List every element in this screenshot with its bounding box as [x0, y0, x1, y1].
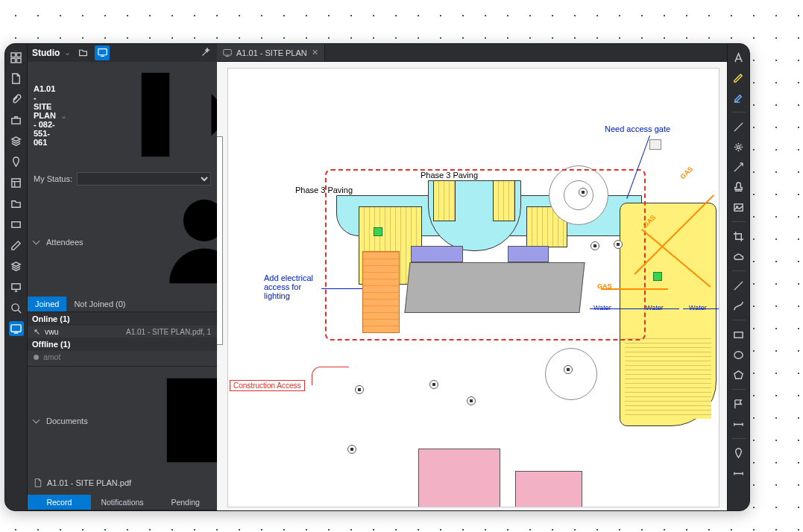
- attendee-row[interactable]: ↖ vwu A1.01 - SITE PLAN.pdf, 1: [28, 326, 217, 338]
- polyline-tool-icon[interactable]: [731, 278, 746, 293]
- document-area: A1.01 - SITE PLAN ✕: [217, 44, 727, 510]
- rect-tool-icon[interactable]: [731, 327, 746, 342]
- dimension-tool-icon[interactable]: [731, 417, 746, 431]
- stamp-tool-icon[interactable]: [731, 180, 746, 194]
- attendee-tabs: Joined Not Joined (0): [28, 297, 217, 312]
- tab-joined[interactable]: Joined: [28, 297, 66, 311]
- right-rail: [727, 44, 749, 510]
- studio-icon[interactable]: [9, 321, 24, 336]
- file-access-icon[interactable]: [9, 71, 24, 86]
- flag-tool-icon[interactable]: [731, 396, 746, 411]
- image-tool-icon[interactable]: [731, 200, 746, 215]
- highlight-tool-icon[interactable]: [731, 90, 746, 105]
- left-rail: [5, 44, 28, 510]
- cursor-icon: ↖: [34, 327, 40, 336]
- sets-icon[interactable]: [9, 259, 24, 273]
- tab-not-joined[interactable]: Not Joined (0): [66, 297, 133, 311]
- documents-title: Documents: [46, 417, 88, 425]
- attendee-name: amot: [43, 352, 60, 361]
- line-tool-icon[interactable]: [731, 119, 746, 134]
- callout-gate[interactable]: Need access gate: [605, 124, 670, 133]
- curve-tool-icon[interactable]: [731, 298, 746, 313]
- online-header: Online (1): [28, 312, 217, 326]
- ellipse-tool-icon[interactable]: [731, 347, 746, 362]
- search-icon[interactable]: [9, 300, 24, 315]
- properties-icon[interactable]: [9, 175, 24, 190]
- links-icon[interactable]: [9, 196, 24, 211]
- text-tool-icon[interactable]: [731, 50, 746, 65]
- spaces-icon[interactable]: [9, 154, 24, 169]
- attendee-row[interactable]: amot: [28, 351, 217, 363]
- tab-pending[interactable]: Pending: [154, 495, 217, 510]
- count-tool-icon[interactable]: [731, 446, 746, 460]
- status-label: My Status:: [34, 174, 72, 183]
- pen-tool-icon[interactable]: [731, 70, 746, 85]
- label-gas: GAS: [678, 165, 694, 181]
- crop-tool-icon[interactable]: [731, 229, 746, 244]
- callout-electrical[interactable]: Add electrical access for lighting: [264, 273, 324, 300]
- session-row: A1.01 - SITE PLAN - 082-551-061 ⌄: [28, 62, 217, 171]
- attendees-title: Attendees: [46, 238, 84, 247]
- arrow-tool-icon[interactable]: [731, 159, 746, 174]
- monitor-icon[interactable]: [9, 279, 24, 294]
- document-tabs: A1.01 - SITE PLAN ✕: [217, 44, 727, 62]
- close-tab-icon[interactable]: ✕: [312, 48, 318, 57]
- attendee-name: vwu: [45, 327, 59, 336]
- drawing-page[interactable]: Phase 3 Paving Phase 3 Paving Need acces…: [227, 68, 719, 507]
- cloud-tool-icon[interactable]: [731, 249, 746, 264]
- measure-tool-icon[interactable]: [731, 466, 746, 481]
- page-thumb: [217, 136, 223, 345]
- document-tab[interactable]: A1.01 - SITE PLAN ✕: [217, 44, 325, 61]
- projects-icon[interactable]: [75, 45, 90, 60]
- panel-title: Studio: [32, 48, 60, 58]
- polygon-tool-icon[interactable]: [731, 367, 746, 382]
- tab-record[interactable]: Record: [28, 495, 91, 510]
- canvas[interactable]: Phase 3 Paving Phase 3 Paving Need acces…: [217, 62, 727, 510]
- thumbnails-icon[interactable]: [9, 50, 24, 65]
- app-window: Studio ⌄ A1.01 - SITE PLAN - 082-551-061…: [4, 43, 750, 511]
- bookmarks-icon[interactable]: [9, 92, 24, 107]
- offline-dot-icon: [34, 355, 39, 360]
- callout-construction[interactable]: Construction Access: [230, 380, 305, 391]
- studio-panel: Studio ⌄ A1.01 - SITE PLAN - 082-551-061…: [28, 44, 217, 510]
- forms-icon[interactable]: [9, 217, 24, 232]
- document-item[interactable]: A1.01 - SITE PLAN.pdf: [28, 475, 217, 490]
- status-select[interactable]: [77, 172, 211, 186]
- tab-notifications[interactable]: Notifications: [91, 495, 154, 510]
- offline-header: Offline (1): [28, 338, 217, 351]
- layers-icon[interactable]: [9, 133, 24, 148]
- gear-icon[interactable]: [731, 139, 746, 154]
- session-name: A1.01 - SITE PLAN - 082-551-061: [34, 84, 56, 147]
- toolchest-icon[interactable]: [9, 113, 24, 127]
- gate-symbol: [649, 139, 661, 150]
- documents-header[interactable]: Documents: [28, 366, 217, 475]
- pdf-icon: [34, 478, 42, 487]
- signatures-icon[interactable]: [9, 238, 24, 253]
- record-tabs: Record Notifications Pending: [28, 495, 217, 510]
- attendee-file: A1.01 - SITE PLAN.pdf, 1: [126, 328, 211, 336]
- sessions-icon[interactable]: [95, 45, 110, 60]
- wand-icon[interactable]: [198, 45, 212, 60]
- document-name: A1.01 - SITE PLAN.pdf: [47, 478, 131, 487]
- document-tab-name: A1.01 - SITE PLAN: [236, 48, 307, 57]
- session-doc-icon: [223, 48, 232, 57]
- attendees-header[interactable]: Attendees: [28, 189, 217, 297]
